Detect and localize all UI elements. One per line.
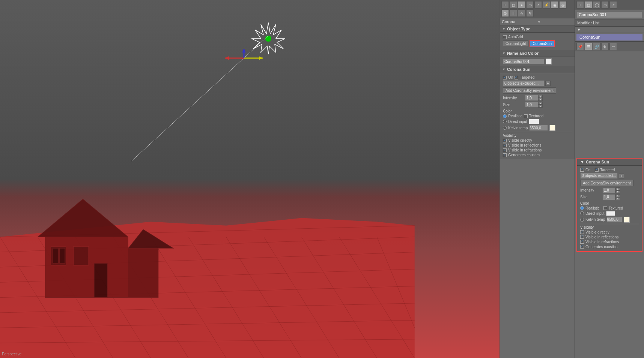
panel2-generates-caustics-label: Generates caustics [585, 245, 618, 249]
kelvin-input[interactable] [529, 125, 548, 131]
mod-action-link[interactable]: 🔗 [593, 43, 600, 50]
intensity-spinner-btns[interactable]: ▲ ▼ [538, 95, 543, 101]
modifier-item-coronasun[interactable]: CoronaSun [576, 34, 642, 40]
excluded-input[interactable] [503, 80, 544, 86]
mod-action-delete[interactable]: 🗑 [601, 43, 609, 50]
coronasun-button[interactable]: CoronaSun [530, 40, 555, 47]
on-checkbox[interactable] [503, 76, 507, 79]
kelvin-color-swatch[interactable] [549, 125, 555, 131]
object-type-header[interactable]: ▼ Object Type [500, 25, 575, 33]
coronalight-button[interactable]: CoronaLight [503, 40, 528, 47]
corona-sun-panel-title: ▼ Corona Sun [577, 159, 642, 166]
panel2-visible-directly-cb[interactable] [580, 230, 584, 234]
toolbar-btn-circle[interactable]: ● [518, 1, 525, 9]
realistic-label: Realistic [508, 114, 522, 118]
panel2-add-sky-btn[interactable]: Add CoronaSky environment [580, 180, 633, 186]
corona-sun-header[interactable]: ▼ Corona Sun [500, 66, 575, 73]
toolbar-btn-lines[interactable]: ⚡ [543, 1, 550, 9]
mod-action-edit[interactable]: ✏ [609, 43, 617, 50]
realistic-radio[interactable] [503, 114, 507, 118]
panel2-realistic-radio[interactable] [580, 206, 584, 210]
svg-marker-37 [259, 56, 263, 60]
mod-toolbar-rect2[interactable]: ▭ [601, 1, 609, 9]
toolbar-btn-filled[interactable]: ⊙ [501, 9, 509, 17]
targeted-checkbox[interactable] [515, 76, 518, 79]
panel2-size-input[interactable] [602, 194, 615, 200]
visible-directly-checkbox[interactable] [503, 139, 507, 142]
object-name-input[interactable] [503, 58, 544, 64]
panel2-excluded-input[interactable] [580, 173, 618, 179]
object-color-swatch[interactable] [546, 58, 552, 64]
object-name-field-input[interactable] [577, 11, 642, 18]
excluded-add-button[interactable]: + [545, 81, 551, 86]
visible-reflections-checkbox[interactable] [503, 144, 507, 147]
panel2-realistic-label: Realistic [585, 206, 600, 210]
panel2-size-up[interactable]: ▲ [615, 194, 620, 197]
mod-toolbar-arrow2[interactable]: ↗ [609, 1, 617, 9]
kelvin-radio[interactable] [503, 126, 507, 130]
panel2-size-btns[interactable]: ▲ ▼ [615, 194, 620, 200]
toolbar-btn-dot[interactable]: ◉ [551, 1, 558, 9]
panel2-on-checkbox[interactable] [580, 168, 584, 172]
color-section-label: Color [503, 109, 572, 113]
name-color-header[interactable]: ▼ Name and Color [500, 50, 575, 57]
modifier-list-dropdown-label: ▼ [577, 27, 642, 32]
panel2-generates-caustics-cb[interactable] [580, 245, 584, 249]
toolbar-btn-bars[interactable]: || [510, 9, 517, 17]
intensity-down-btn[interactable]: ▼ [538, 98, 543, 101]
viewport-label: Perspective [2, 352, 21, 356]
direct-input-color-swatch[interactable] [529, 119, 539, 124]
generates-caustics-row: Generates caustics [503, 153, 572, 157]
size-down-btn[interactable]: ▼ [538, 105, 543, 108]
toolbar-btn-plus[interactable]: + [501, 1, 509, 9]
mod-action-list[interactable]: ☰ [585, 43, 592, 50]
visible-refractions-checkbox[interactable] [503, 148, 507, 152]
kelvin-row: Kelvin temp [503, 125, 572, 131]
panel2-direct-radio[interactable] [580, 211, 584, 215]
properties-panel: + ◻ ● ▭ ↗ ⚡ ◉ ◎ ⊙ || ∿ ≋ Corona ▼ ▼ Obje… [500, 0, 575, 358]
panel2-visible-reflections-cb[interactable] [580, 235, 584, 239]
autogrid-checkbox[interactable] [503, 35, 507, 39]
panel2-intensity-down[interactable]: ▼ [615, 190, 620, 193]
corona-label: Corona [502, 19, 537, 24]
add-coronasky-button[interactable]: Add CoronaSky environment [503, 87, 556, 94]
panel2-kelvin-swatch[interactable] [624, 217, 630, 223]
mod-toolbar-square[interactable]: ◻ [585, 1, 592, 9]
size-up-btn[interactable]: ▲ [538, 102, 543, 105]
panel2-kelvin-radio[interactable] [580, 218, 584, 222]
mod-toolbar-plus[interactable]: + [576, 1, 584, 9]
modifier-list-dropdown[interactable]: ▼ [575, 27, 644, 33]
panel2-targeted-checkbox[interactable] [595, 168, 599, 172]
size-input[interactable] [525, 102, 538, 108]
panel2-kelvin-input[interactable] [606, 217, 622, 223]
corona-dropdown[interactable]: Corona ▼ [500, 18, 575, 25]
toolbar-btn-wave[interactable]: ∿ [518, 9, 525, 17]
panel2-excluded-add-btn[interactable]: + [619, 173, 624, 178]
panel2-intensity-up[interactable]: ▲ [615, 187, 620, 190]
mod-toolbar-circle[interactable]: ◯ [593, 1, 600, 9]
toolbar-btn-square[interactable]: ◻ [510, 1, 517, 9]
terrain-grid [0, 161, 415, 358]
toolbar-btn-ring[interactable]: ◎ [559, 1, 567, 9]
panel2-size-spinner[interactable]: ▲ ▼ [602, 194, 620, 200]
panel2-size-down[interactable]: ▼ [615, 197, 620, 200]
intensity-spinner[interactable]: ▲ ▼ [525, 95, 543, 101]
toolbar-btn-grid[interactable]: ≋ [526, 9, 534, 17]
panel2-direct-color-swatch[interactable] [606, 211, 615, 216]
modifier-item-label: CoronaSun [579, 35, 600, 39]
intensity-up-btn[interactable]: ▲ [538, 95, 543, 98]
panel2-visible-refractions-cb[interactable] [580, 240, 584, 244]
direct-input-radio[interactable] [503, 120, 507, 123]
intensity-input[interactable] [525, 95, 538, 101]
panel2-intensity-spinner[interactable]: ▲ ▼ [602, 187, 620, 193]
size-spinner-btns[interactable]: ▲ ▼ [538, 102, 543, 108]
panel2-intensity-btns[interactable]: ▲ ▼ [615, 187, 620, 193]
textured-checkbox[interactable] [524, 114, 528, 118]
generates-caustics-checkbox[interactable] [503, 153, 507, 157]
panel2-intensity-input[interactable] [602, 187, 615, 193]
size-spinner[interactable]: ▲ ▼ [525, 102, 543, 108]
mod-action-pin[interactable]: 📌 [576, 43, 584, 50]
panel2-textured-checkbox[interactable] [603, 206, 607, 210]
toolbar-btn-arrow[interactable]: ↗ [534, 1, 542, 9]
toolbar-btn-rect[interactable]: ▭ [526, 1, 534, 9]
